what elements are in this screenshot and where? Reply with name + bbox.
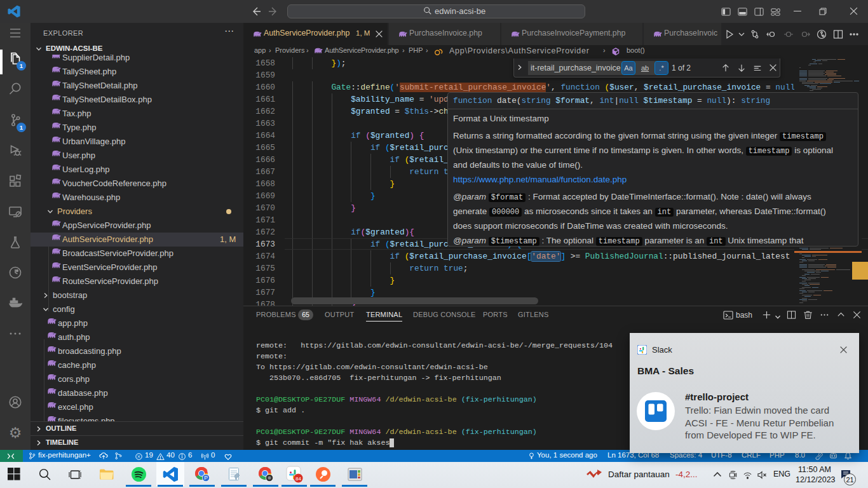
svg-text:84: 84 (295, 475, 301, 481)
svg-text:P: P (204, 475, 208, 481)
